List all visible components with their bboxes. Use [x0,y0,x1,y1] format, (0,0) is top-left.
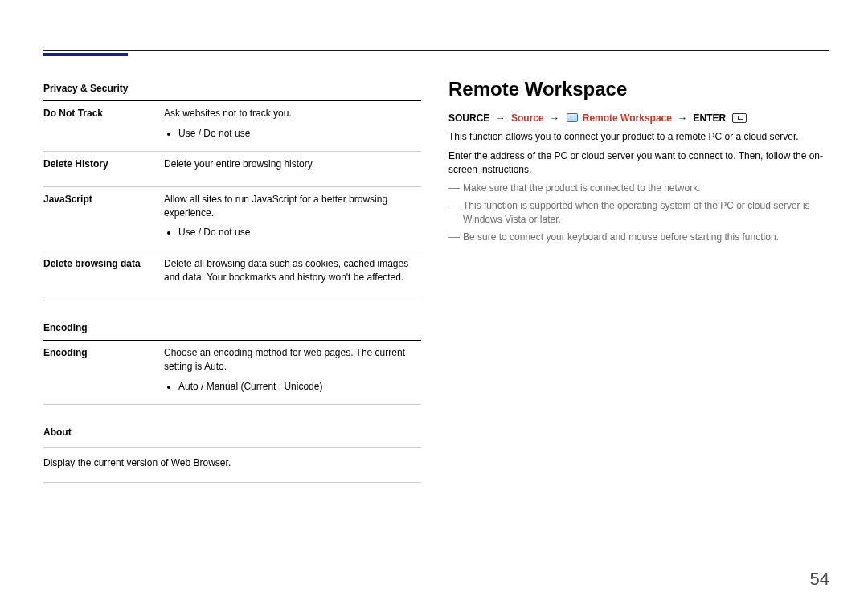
note-item: Be sure to connect your keyboard and mou… [448,231,829,244]
arrow-icon: → [678,112,687,124]
page-number: 54 [810,566,829,592]
setting-row: Delete HistoryDelete your entire browsin… [43,152,421,186]
setting-row: JavaScriptAllow all sites to run JavaScr… [43,187,421,251]
arrow-icon: → [550,112,559,124]
encoding-heading: Encoding [43,315,421,341]
setting-option: Use / Do not use [178,126,421,141]
setting-row: EncodingChoose an encoding method for we… [43,341,421,405]
notes-list: Make sure that the product is connected … [448,182,829,244]
setting-option: Auto / Manual (Current : Unicode) [178,379,421,394]
setting-label: Do Not Track [43,107,164,141]
setting-desc: Choose an encoding method for web pages.… [164,346,421,394]
setting-label: JavaScript [43,193,164,241]
setting-desc: Delete all browsing data such as cookies… [164,257,421,290]
setting-desc: Ask websites not to track you.Use / Do n… [164,107,421,141]
path-enter: ENTER [694,112,727,124]
rw-para-2: Enter the address of the PC or cloud ser… [448,149,829,178]
about-heading: About [43,419,421,444]
path-source: SOURCE [448,112,489,124]
monitor-icon [567,113,578,122]
path-menu: Source [511,112,544,124]
setting-label: Delete browsing data [43,257,164,290]
setting-desc: Delete your entire browsing history. [164,157,421,176]
accent-bar [43,53,128,56]
path-item: Remote Workspace [583,112,672,124]
setting-row: Do Not TrackAsk websites not to track yo… [43,101,421,152]
note-item: This function is supported when the oper… [448,199,829,227]
right-column: Remote Workspace SOURCE → Source → Remot… [448,76,829,483]
dash-icon [448,206,460,206]
left-column: Privacy & Security Do Not TrackAsk websi… [43,76,421,483]
setting-desc: Allow all sites to run JavaScript for a … [164,193,421,241]
setting-label: Delete History [43,157,164,176]
note-item: Make sure that the product is connected … [448,182,829,195]
setting-option: Use / Do not use [178,225,421,240]
dash-icon [448,237,460,238]
setting-label: Encoding [43,346,164,394]
dash-icon [448,188,460,189]
about-text: Display the current version of Web Brows… [43,448,421,482]
enter-icon [732,113,747,123]
rw-para-1: This function allows you to connect your… [448,130,829,144]
setting-row: Delete browsing dataDelete all browsing … [43,251,421,300]
nav-path: SOURCE → Source → Remote Workspace → ENT… [448,112,829,125]
arrow-icon: → [496,112,506,124]
privacy-heading: Privacy & Security [43,76,421,101]
remote-workspace-title: Remote Workspace [448,76,829,104]
